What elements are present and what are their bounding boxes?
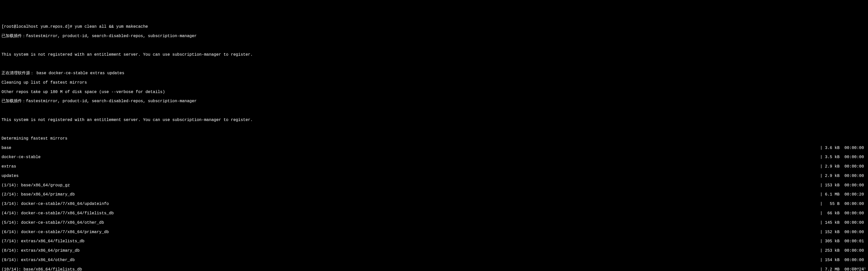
download-row: (8/14): extras/x86_64/primary_db| 253 kB… (2, 248, 866, 253)
output-line: Other repos take up 180 M of disk space … (2, 90, 866, 94)
blank-line (2, 108, 866, 113)
shell-prompt: [root@localhost yum.repos.d]# (2, 24, 75, 29)
download-row: (6/14): docker-ce-stable/7/x86_64/primar… (2, 230, 866, 234)
download-name: (1/14): base/x86_64/group_gz (2, 183, 70, 188)
repo-row: base| 3.6 kB 00:00:00 (2, 146, 866, 150)
repo-size: | 2.9 kB 00:00:00 (820, 164, 866, 169)
download-size: | 153 kB 00:00:00 (820, 183, 866, 188)
repo-name: updates (2, 174, 19, 178)
download-row: (3/14): docker-ce-stable/7/x86_64/update… (2, 202, 866, 206)
download-size: | 55 B 00:00:00 (820, 202, 866, 206)
download-size: | 145 kB 00:00:00 (820, 220, 866, 225)
repo-row: docker-ce-stable| 3.5 kB 00:00:00 (2, 155, 866, 159)
output-line: Cleaning up list of fastest mirrors (2, 80, 866, 85)
download-row: (1/14): base/x86_64/group_gz| 153 kB 00:… (2, 183, 866, 188)
blank-line (2, 62, 866, 66)
output-line: 已加载插件：fastestmirror, product-id, search-… (2, 99, 866, 103)
command-text: yum clean all && yum makecache (75, 24, 148, 29)
watermark-text: znwx.cn (851, 266, 866, 270)
download-name: (4/14): docker-ce-stable/7/x86_64/fileli… (2, 211, 114, 216)
download-name: (8/14): extras/x86_64/primary_db (2, 248, 80, 253)
download-row: (4/14): docker-ce-stable/7/x86_64/fileli… (2, 211, 866, 216)
download-row: (7/14): extras/x86_64/filelists_db| 305 … (2, 239, 866, 244)
repo-name: docker-ce-stable (2, 155, 41, 159)
blank-line (2, 127, 866, 131)
terminal-output[interactable]: [root@localhost yum.repos.d]# yum clean … (2, 20, 866, 271)
download-name: (5/14): docker-ce-stable/7/x86_64/other_… (2, 220, 104, 225)
download-size: | 152 kB 00:00:00 (820, 230, 866, 234)
download-name: (10/14): base/x86_64/filelists_db (2, 267, 82, 271)
download-name: (9/14): extras/x86_64/other_db (2, 258, 75, 262)
download-row: (2/14): base/x86_64/primary_db| 6.1 MB 0… (2, 192, 866, 197)
download-name: (2/14): base/x86_64/primary_db (2, 192, 75, 197)
output-line: Determining fastest mirrors (2, 136, 866, 141)
download-size: | 305 kB 00:00:01 (820, 239, 866, 244)
output-line: 正在清理软件源： base docker-ce-stable extras up… (2, 71, 866, 76)
download-name: (7/14): extras/x86_64/filelists_db (2, 239, 84, 244)
repo-size: | 3.6 kB 00:00:00 (820, 146, 866, 150)
blank-line (2, 43, 866, 48)
command-line: [root@localhost yum.repos.d]# yum clean … (2, 24, 866, 29)
output-line: This system is not registered with an en… (2, 52, 866, 57)
repo-row: extras| 2.9 kB 00:00:00 (2, 164, 866, 169)
download-size: | 6.1 MB 00:00:20 (820, 192, 866, 197)
repo-row: updates| 2.9 kB 00:00:00 (2, 174, 866, 178)
download-row: (5/14): docker-ce-stable/7/x86_64/other_… (2, 220, 866, 225)
output-line: 已加载插件：fastestmirror, product-id, search-… (2, 34, 866, 38)
download-row: (9/14): extras/x86_64/other_db| 154 kB 0… (2, 258, 866, 262)
repo-name: extras (2, 164, 16, 169)
download-row: (10/14): base/x86_64/filelists_db| 7.2 M… (2, 267, 866, 271)
download-size: | 66 kB 00:00:00 (820, 211, 866, 216)
repo-size: | 2.9 kB 00:00:00 (820, 174, 866, 178)
download-size: | 253 kB 00:00:00 (820, 248, 866, 253)
download-size: | 154 kB 00:00:00 (820, 258, 866, 262)
repo-name: base (2, 146, 11, 150)
repo-size: | 3.5 kB 00:00:00 (820, 155, 866, 159)
download-name: (3/14): docker-ce-stable/7/x86_64/update… (2, 202, 109, 206)
download-name: (6/14): docker-ce-stable/7/x86_64/primar… (2, 230, 109, 234)
output-line: This system is not registered with an en… (2, 118, 866, 122)
